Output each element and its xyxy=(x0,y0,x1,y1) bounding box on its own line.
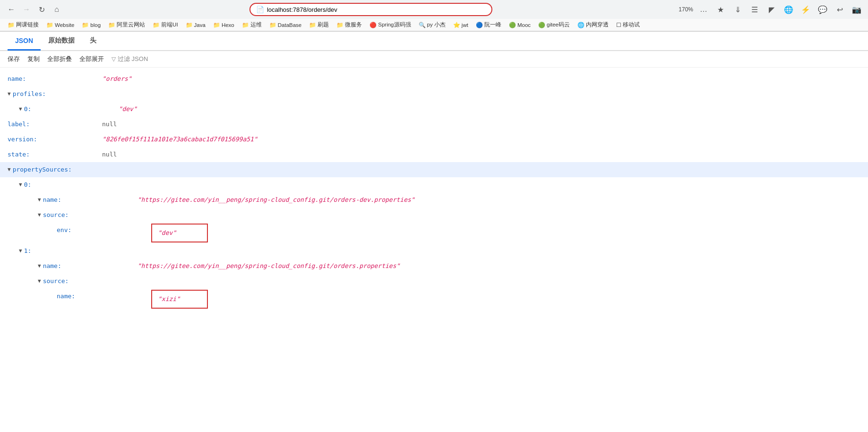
bookmark-icon-18: ☐ xyxy=(616,22,621,28)
profiles-0-key: 0: xyxy=(24,103,119,116)
toolbar-right: 170% … ★ ⇓ ☰ ◤ 🌐 ⚡ 💬 ↩ 📷 xyxy=(679,3,863,16)
reload-button[interactable]: ↻ xyxy=(35,3,48,16)
tab-headers[interactable]: 头 xyxy=(82,32,104,51)
ps-0-name-key: name: xyxy=(43,193,138,207)
bookmark-microservices[interactable]: 📁 微服务 xyxy=(334,20,365,29)
json-line-ps-1: 1: xyxy=(0,243,868,259)
tab-raw[interactable]: 原始数据 xyxy=(41,32,82,51)
bookmark-icon-16: 🟢 xyxy=(538,22,545,28)
chat-button[interactable]: 💬 xyxy=(816,3,829,16)
bookmark-label-4: 前端UI xyxy=(161,21,178,28)
page-icon: 📄 xyxy=(256,6,264,13)
back2-button[interactable]: ↩ xyxy=(833,3,846,16)
json-toolbar: 保存 复制 全部折叠 全部展开 ▽ 过滤 JSON xyxy=(0,51,868,68)
bookmark-frontend[interactable]: 📁 前端UI xyxy=(150,20,181,29)
bookmark-label-6: Hexo xyxy=(222,22,234,28)
bookmark-database[interactable]: 📁 DataBase xyxy=(266,21,305,29)
profiles-arrow[interactable] xyxy=(8,87,11,101)
json-line-profiles: profiles: xyxy=(0,86,868,102)
bookmark-icon-5: 📁 xyxy=(186,22,193,28)
bookmark-spring[interactable]: 🔴 Spring源码强 xyxy=(367,20,413,29)
bookmark-aliyun[interactable]: 📁 阿里云网站 xyxy=(105,20,148,29)
bookmark-label-10: 微服务 xyxy=(345,21,362,28)
bookmark-label-16: gitee码云 xyxy=(547,21,570,28)
ps-1-name-arrow[interactable] xyxy=(38,259,41,273)
expand-all-button[interactable]: 全部展开 xyxy=(79,55,104,63)
bookmark-gitee[interactable]: 🟢 gitee码云 xyxy=(535,20,573,29)
bookmark-label-18: 移动试 xyxy=(623,21,640,28)
json-line-ps-1-source-name: name: "xizi" xyxy=(0,289,868,310)
name-value: "orders" xyxy=(102,72,132,86)
propertySources-arrow[interactable] xyxy=(8,163,11,176)
extensions2-button[interactable]: ⚡ xyxy=(799,3,812,16)
bookmark-website[interactable]: 📁 Website xyxy=(43,21,77,29)
copy-button[interactable]: 复制 xyxy=(27,55,40,63)
filter-section: ▽ 过滤 JSON xyxy=(112,55,148,63)
home-button[interactable]: ⌂ xyxy=(50,3,63,16)
bookmark-label-1: Website xyxy=(55,22,74,28)
split-screen-button[interactable]: ◤ xyxy=(765,3,778,16)
bookmark-intranet[interactable]: 🌐 内网穿透 xyxy=(575,20,611,29)
bookmark-mobile[interactable]: ☐ 移动试 xyxy=(613,20,643,29)
profile-button[interactable]: 🌐 xyxy=(782,3,795,16)
ps-1-source-key: source: xyxy=(43,275,138,288)
download-button[interactable]: ⇓ xyxy=(731,3,744,16)
save-button[interactable]: 保存 xyxy=(8,55,20,63)
ps-0-name-value: "https://gitee.com/yin__peng/spring-clou… xyxy=(138,193,415,207)
label-value: null xyxy=(102,118,117,131)
json-line-propertySources: propertySources: xyxy=(0,162,868,177)
bookmark-java[interactable]: 📁 Java xyxy=(183,21,208,29)
extensions-button[interactable]: … xyxy=(697,3,710,16)
bookmark-icon-15: 🟢 xyxy=(509,22,516,28)
bookmark-label-15: Mooc xyxy=(517,22,531,28)
bookmark-jwt[interactable]: ⭐ jwt xyxy=(450,21,471,29)
bookmark-icon-10: 📁 xyxy=(336,22,344,28)
bookmark-icon-3: 📁 xyxy=(108,22,115,28)
zoom-control: 170% xyxy=(679,6,693,13)
bookmark-icon-12: 🔍 xyxy=(419,22,426,28)
profiles-0-arrow[interactable] xyxy=(19,103,22,116)
bookmark-button[interactable]: ★ xyxy=(714,3,727,16)
ps-1-source-arrow[interactable] xyxy=(38,275,41,288)
bookmark-icon-11: 🔴 xyxy=(370,22,377,28)
ps-0-arrow[interactable] xyxy=(19,178,22,191)
json-line-state: state: null xyxy=(0,147,868,162)
bookmark-ruanyifeng[interactable]: 🔵 阮一峰 xyxy=(473,20,504,29)
bookmark-hexo[interactable]: 📁 Hexo xyxy=(210,21,237,29)
bookmark-questions[interactable]: 📁 刷题 xyxy=(306,20,332,29)
collections-button[interactable]: ☰ xyxy=(748,3,761,16)
filter-label: 过滤 JSON xyxy=(118,55,148,63)
bookmark-label-13: jwt xyxy=(462,22,468,28)
bookmark-mooc[interactable]: 🟢 Mooc xyxy=(506,21,533,29)
bookmark-label-0: 网课链接 xyxy=(16,21,39,28)
bookmark-label-7: 运维 xyxy=(250,21,262,28)
forward-button[interactable]: → xyxy=(20,3,33,16)
back-button[interactable]: ← xyxy=(5,3,18,16)
address-bar: 📄 xyxy=(249,3,493,16)
bookmark-blog[interactable]: 📁 blog xyxy=(79,21,103,29)
bookmark-py[interactable]: 🔍 py 小杰 xyxy=(416,20,448,29)
bookmark-icon-9: 📁 xyxy=(309,22,316,28)
bookmark-ops[interactable]: 📁 运维 xyxy=(239,20,265,29)
bookmark-icon-0: 📁 xyxy=(8,22,15,28)
collapse-all-button[interactable]: 全部折叠 xyxy=(47,55,72,63)
json-line-ps-0: 0: xyxy=(0,177,868,192)
bookmark-label-12: py 小杰 xyxy=(427,21,446,28)
ps-1-key: 1: xyxy=(24,244,119,258)
ps-0-source-arrow[interactable] xyxy=(38,208,41,222)
json-line-profiles-0: 0: "dev" xyxy=(0,102,868,117)
camera-button[interactable]: 📷 xyxy=(850,3,863,16)
ps-0-name-arrow[interactable] xyxy=(38,193,41,207)
json-line-name: name: "orders" xyxy=(0,71,868,86)
bookmark-label-8: DataBase xyxy=(278,22,302,28)
url-input[interactable] xyxy=(267,6,486,13)
ps-0-env-value: "dev" xyxy=(151,224,208,242)
bookmark-网课链接[interactable]: 📁 网课链接 xyxy=(5,20,42,29)
label-key: label: xyxy=(8,118,102,131)
bookmark-icon-7: 📁 xyxy=(242,22,249,28)
bookmark-label-2: blog xyxy=(90,22,101,28)
ps-1-arrow[interactable] xyxy=(19,244,22,258)
profiles-0-value: "dev" xyxy=(119,103,137,116)
ps-1-source-name-key: name: xyxy=(57,290,151,303)
tab-json[interactable]: JSON xyxy=(8,32,41,51)
